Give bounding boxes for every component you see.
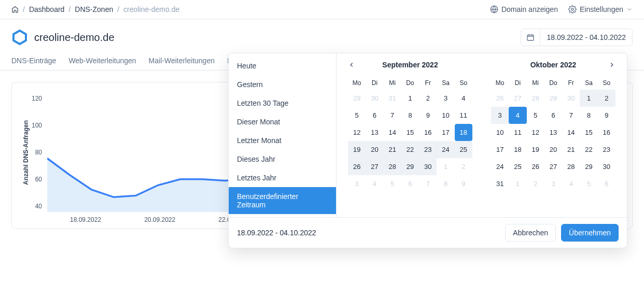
calendar-day[interactable]: 31 (491, 175, 509, 192)
calendar-day[interactable]: 30 (598, 158, 615, 175)
calendar-day[interactable]: 29 (544, 90, 562, 107)
calendar-day[interactable]: 4 (455, 90, 472, 107)
calendar-day[interactable]: 8 (437, 175, 454, 192)
calendar-day[interactable]: 3 (437, 90, 454, 107)
calendar-day[interactable]: 28 (527, 90, 544, 107)
calendar-day[interactable]: 15 (580, 124, 597, 141)
preset-item[interactable]: Gestern (229, 75, 336, 94)
breadcrumb-dashboard[interactable]: Dashboard (29, 5, 65, 13)
calendar-day[interactable]: 3 (544, 175, 562, 192)
calendar-day[interactable]: 1 (580, 90, 597, 107)
prev-month-button[interactable] (348, 61, 355, 68)
calendar-day[interactable]: 10 (437, 107, 454, 124)
calendar-day[interactable]: 13 (366, 124, 383, 141)
calendar-day[interactable]: 5 (527, 107, 544, 124)
calendar-day[interactable]: 29 (580, 158, 597, 175)
tab-mail-redirects[interactable]: Mail-Weiterleitungen (149, 51, 215, 70)
calendar-day[interactable]: 12 (348, 124, 366, 141)
calendar-day[interactable]: 14 (384, 124, 401, 141)
calendar-day[interactable]: 12 (527, 124, 544, 141)
calendar-day[interactable]: 4 (366, 175, 383, 192)
calendar-day[interactable]: 4 (509, 107, 526, 124)
calendar-day[interactable]: 24 (437, 141, 454, 158)
calendar-day[interactable]: 19 (348, 141, 366, 158)
cancel-button[interactable]: Abbrechen (505, 224, 556, 241)
calendar-day[interactable]: 2 (527, 175, 544, 192)
preset-item[interactable]: Heute (229, 56, 336, 75)
calendar-day[interactable]: 26 (348, 158, 366, 175)
date-range-input[interactable]: 18.09.2022 - 04.10.2022 (521, 29, 633, 46)
calendar-day[interactable]: 28 (562, 158, 580, 175)
calendar-day[interactable]: 7 (384, 107, 401, 124)
preset-item[interactable]: Letzten 30 Tage (229, 94, 336, 112)
calendar-day[interactable]: 20 (544, 141, 562, 158)
calendar-day[interactable]: 5 (384, 175, 401, 192)
calendar-day[interactable]: 11 (509, 124, 526, 141)
calendar-day[interactable]: 19 (527, 141, 544, 158)
calendar-day[interactable]: 14 (562, 124, 580, 141)
calendar-day[interactable]: 22 (401, 141, 419, 158)
calendar-day[interactable]: 2 (419, 90, 437, 107)
calendar-day[interactable]: 4 (562, 175, 580, 192)
calendar-day[interactable]: 18 (509, 141, 526, 158)
calendar-day[interactable]: 25 (509, 158, 526, 175)
calendar-day[interactable]: 6 (366, 107, 383, 124)
calendar-day[interactable]: 7 (562, 107, 580, 124)
calendar-day[interactable]: 21 (384, 141, 401, 158)
apply-button[interactable]: Übernehmen (561, 224, 619, 241)
preset-item[interactable]: Letzter Monat (229, 131, 336, 150)
calendar-day[interactable]: 2 (455, 158, 472, 175)
calendar-day[interactable]: 16 (598, 124, 615, 141)
calendar-day[interactable]: 3 (491, 107, 509, 124)
calendar-day[interactable]: 23 (598, 141, 615, 158)
calendar-day[interactable]: 28 (384, 158, 401, 175)
calendar-day[interactable]: 30 (419, 158, 437, 175)
calendar-day[interactable]: 20 (366, 141, 383, 158)
calendar-day[interactable]: 23 (419, 141, 437, 158)
calendar-day[interactable]: 7 (419, 175, 437, 192)
calendar-day[interactable]: 9 (455, 175, 472, 192)
calendar-day[interactable]: 29 (348, 90, 366, 107)
calendar-day[interactable]: 10 (491, 124, 509, 141)
calendar-day[interactable]: 25 (455, 141, 472, 158)
calendar-day[interactable]: 5 (348, 107, 366, 124)
calendar-day[interactable]: 8 (401, 107, 419, 124)
settings-button[interactable]: Einstellungen (568, 5, 633, 13)
tab-web-redirects[interactable]: Web-Weiterleitungen (68, 51, 136, 70)
preset-item[interactable]: Dieser Monat (229, 112, 336, 131)
calendar-day[interactable]: 30 (562, 90, 580, 107)
calendar-day[interactable]: 27 (366, 158, 383, 175)
calendar-day[interactable]: 18 (455, 124, 472, 141)
calendar-day[interactable]: 31 (384, 90, 401, 107)
calendar-day[interactable]: 27 (544, 158, 562, 175)
calendar-day[interactable]: 21 (562, 141, 580, 158)
calendar-day[interactable]: 8 (580, 107, 597, 124)
calendar-day[interactable]: 13 (544, 124, 562, 141)
home-icon[interactable] (11, 6, 19, 13)
calendar-day[interactable]: 2 (598, 90, 615, 107)
preset-item[interactable]: Benutzerdefinierter Zeitraum (229, 187, 336, 214)
calendar-day[interactable]: 6 (401, 175, 419, 192)
calendar-day[interactable]: 6 (544, 107, 562, 124)
calendar-day[interactable]: 27 (509, 90, 526, 107)
tab-dns-entries[interactable]: DNS-Einträge (11, 51, 56, 70)
calendar-day[interactable]: 1 (437, 158, 454, 175)
calendar-day[interactable]: 24 (491, 158, 509, 175)
calendar-day[interactable]: 16 (419, 124, 437, 141)
preset-item[interactable]: Dieses Jahr (229, 150, 336, 168)
calendar-day[interactable]: 3 (348, 175, 366, 192)
calendar-day[interactable]: 9 (419, 107, 437, 124)
calendar-day[interactable]: 26 (491, 90, 509, 107)
calendar-day[interactable]: 17 (437, 124, 454, 141)
calendar-day[interactable]: 5 (580, 175, 597, 192)
calendar-day[interactable]: 29 (401, 158, 419, 175)
calendar-day[interactable]: 30 (366, 90, 383, 107)
calendar-day[interactable]: 11 (455, 107, 472, 124)
calendar-day[interactable]: 22 (580, 141, 597, 158)
breadcrumb-dns-zones[interactable]: DNS-Zonen (75, 5, 113, 13)
calendar-day[interactable]: 6 (598, 175, 615, 192)
next-month-button[interactable] (608, 61, 615, 68)
calendar-day[interactable]: 17 (491, 141, 509, 158)
calendar-day[interactable]: 9 (598, 107, 615, 124)
calendar-day[interactable]: 1 (401, 90, 419, 107)
